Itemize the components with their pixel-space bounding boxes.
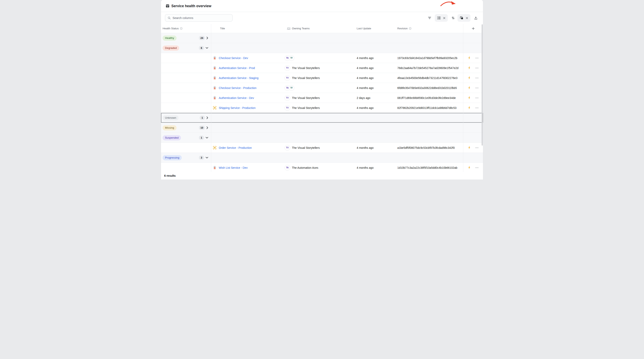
group-row-degraded[interactable]: Degraded 6 [161, 43, 483, 53]
entity-link[interactable]: Authentication Service - Prod [219, 66, 255, 70]
group-row-suspended[interactable]: Suspended 1 [161, 133, 483, 143]
team-icon [287, 27, 291, 30]
entity-link[interactable]: Checkout Service - Production [219, 86, 256, 90]
entity-row: Shipping Service - Production TV The Vis… [161, 103, 483, 113]
chevron-right-icon[interactable] [206, 126, 208, 129]
team-name: The Visual Storytellers [292, 106, 320, 110]
search-box[interactable] [165, 14, 232, 22]
layers-icon[interactable] [460, 16, 464, 20]
row-more-button[interactable] [476, 58, 478, 59]
column-header-owning-teams[interactable]: Owning Teams [284, 27, 357, 30]
row-more-button[interactable] [476, 78, 478, 78]
entity-link[interactable]: Wish List Service - Dev [219, 166, 248, 169]
squid-mascot-icon [213, 86, 216, 90]
entity-row: Authentication Service - Staging TV The … [161, 73, 483, 83]
group-count-badge: 1 [200, 116, 205, 120]
revision-cell: 78dc2aa64a7b72de545278a7ad28609e1f547e2d [397, 66, 463, 70]
entity-row: Wish List Service - Dev TA The Automatio… [161, 163, 483, 172]
info-icon[interactable] [409, 27, 412, 30]
team-name: The Visual Storytellers [292, 146, 320, 149]
search-input[interactable] [172, 16, 230, 20]
row-more-button[interactable] [476, 88, 478, 88]
search-icon [168, 16, 171, 20]
table-body: Healthy 24 Degraded 6 [161, 33, 483, 172]
group-by-list-icon[interactable] [437, 16, 441, 20]
chevron-right-icon[interactable] [206, 117, 208, 119]
lightning-actions-button[interactable] [468, 56, 471, 60]
squid-mascot-icon [213, 56, 216, 60]
revision-cell: 6fd8fe35470b5e832a30622dd8ed31b02011fbb5 [397, 86, 463, 90]
group-row-unknown[interactable]: Unknown 1 [161, 113, 483, 123]
group-row-missing[interactable]: Missing 10 [161, 123, 483, 133]
squid-mascot-icon [213, 66, 216, 70]
sort-button[interactable] [450, 14, 456, 22]
entity-link[interactable]: Order Service - Production [219, 146, 252, 149]
entity-link[interactable]: Authentication Service - Dev [219, 96, 254, 100]
entity-link[interactable]: Shipping Service - Production [219, 106, 256, 110]
row-more-button[interactable] [476, 98, 478, 98]
team-avatar: TV [284, 65, 290, 71]
entity-row: Checkout Service - Dev TATF 4 months ago… [161, 53, 483, 63]
entity-row: Authentication Service - Dev TV The Visu… [161, 93, 483, 103]
lightning-actions-button[interactable] [468, 66, 471, 70]
status-badge: Missing [162, 125, 176, 130]
clear-properties-icon[interactable] [466, 17, 468, 19]
team-avatar: TF [289, 55, 294, 61]
filter-button[interactable] [426, 14, 433, 22]
table-header-row: Health Status Title Owning Teams Last Up… [161, 24, 483, 33]
row-more-button[interactable] [476, 147, 478, 148]
package-icon [213, 146, 216, 150]
column-header-health-status[interactable]: Health Status [161, 24, 211, 33]
last-update-cell: 2 days ago [357, 96, 397, 100]
chevron-right-icon[interactable] [206, 37, 208, 39]
package-icon [213, 106, 216, 110]
lightning-actions-button[interactable] [468, 146, 471, 149]
group-row-progressing[interactable]: Progressing 3 [161, 153, 483, 163]
entity-row: Authentication Service - Prod TV The Vis… [161, 63, 483, 73]
last-update-cell: 4 months ago [357, 166, 397, 169]
column-header-title[interactable]: Title [211, 27, 284, 30]
info-icon[interactable] [180, 27, 182, 30]
team-name: The Visual Storytellers [292, 66, 320, 70]
add-column-button[interactable] [463, 24, 483, 33]
table-widget-icon [166, 4, 169, 8]
lightning-actions-button[interactable] [468, 96, 471, 100]
download-button[interactable] [473, 14, 479, 22]
vertical-scrollbar-thumb[interactable] [482, 24, 483, 146]
group-row-healthy[interactable]: Healthy 24 [161, 33, 483, 43]
clear-group-by-icon[interactable] [443, 17, 445, 19]
row-more-button[interactable] [476, 68, 478, 68]
team-avatar: TF [289, 85, 294, 91]
header-bar: Service health overview [161, 0, 483, 12]
team-avatar: TV [284, 105, 290, 111]
group-count-badge: 10 [199, 126, 205, 130]
team-name: The Automation Aces [292, 166, 318, 169]
group-count-badge: 1 [199, 136, 204, 140]
entity-link[interactable]: Authentication Service - Staging [219, 76, 258, 80]
group-by-chip [435, 14, 448, 22]
entity-link[interactable]: Checkout Service - Dev [219, 57, 248, 60]
group-count-badge: 6 [199, 46, 204, 50]
row-more-button[interactable] [476, 167, 478, 168]
chevron-down-icon[interactable] [206, 137, 208, 139]
chevron-down-icon[interactable] [206, 157, 208, 159]
lightning-actions-button[interactable] [468, 86, 471, 90]
lightning-actions-button[interactable] [468, 166, 471, 169]
row-more-button[interactable] [476, 108, 478, 108]
team-name: The Visual Storytellers [292, 76, 320, 80]
lightning-actions-button[interactable] [468, 76, 471, 80]
column-header-revision[interactable]: Revision [397, 27, 463, 30]
team-avatar: TV [284, 95, 290, 101]
revision-cell: 081ff71d69c68b8590c1e0fcd3de3fe2d9ee34de [397, 96, 463, 100]
table-toolbar [161, 12, 483, 24]
chevron-down-icon[interactable] [206, 47, 208, 49]
group-count-badge: 3 [199, 156, 204, 160]
column-header-last-update[interactable]: Last Update [357, 27, 397, 30]
lightning-actions-button[interactable] [468, 106, 471, 110]
squid-mascot-icon [213, 166, 216, 170]
entity-row: Checkout Service - Production TATF 4 mon… [161, 83, 483, 93]
manage-properties-chip [458, 14, 470, 22]
status-badge: Degraded [162, 46, 179, 51]
status-badge: Suspended [162, 135, 181, 140]
revision-cell: a1be5df5f08075dc9c53cbf97b3fcdad98c342f0 [397, 146, 463, 149]
